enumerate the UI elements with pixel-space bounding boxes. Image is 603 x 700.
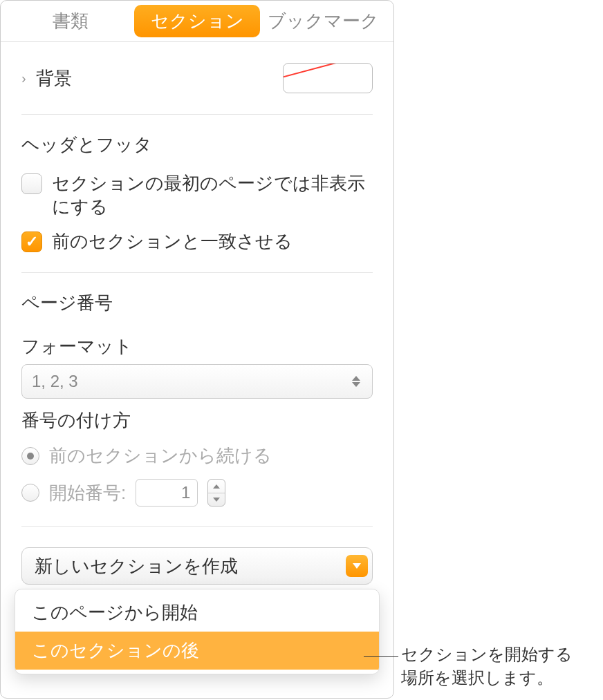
callout-leader-line — [364, 656, 398, 657]
continue-radio[interactable] — [21, 447, 39, 465]
chevron-right-icon[interactable]: › — [21, 70, 26, 86]
inspector-tabs: 書類 セクション ブックマーク — [1, 1, 393, 42]
stepper-down-icon[interactable] — [208, 493, 225, 507]
format-value: 1, 2, 3 — [32, 372, 350, 391]
create-new-section-label: 新しいセクションを作成 — [35, 554, 346, 578]
start-at-stepper[interactable] — [207, 479, 225, 507]
tab-bookmark[interactable]: ブックマーク — [260, 5, 387, 37]
tab-document[interactable]: 書類 — [8, 5, 134, 37]
popup-arrows-icon — [350, 376, 362, 387]
stepper-up-icon[interactable] — [208, 480, 225, 493]
menu-item-start-this-page[interactable]: このページから開始 — [15, 594, 379, 632]
create-new-section-menu: このページから開始 このセクションの後 — [15, 589, 380, 674]
match-previous-label: 前のセクションと一致させる — [52, 230, 293, 254]
background-color-well[interactable] — [283, 63, 373, 93]
start-at-radio-label: 開始番号: — [49, 481, 126, 505]
create-new-section-popup[interactable]: 新しいセクションを作成 — [21, 547, 373, 585]
format-popup[interactable]: 1, 2, 3 — [21, 364, 373, 399]
page-number-heading: ページ番号 — [21, 273, 373, 325]
chevron-down-icon — [346, 555, 368, 577]
start-at-input[interactable] — [136, 479, 198, 507]
background-row: › 背景 — [21, 42, 373, 115]
match-previous-checkbox[interactable] — [21, 231, 42, 252]
headers-footers-heading: ヘッダとフッタ — [21, 115, 373, 167]
menu-item-after-this-section[interactable]: このセクションの後 — [15, 632, 379, 670]
start-at-radio[interactable] — [21, 484, 39, 502]
background-label: 背景 — [36, 66, 283, 91]
match-previous-row: 前のセクションと一致させる — [21, 225, 373, 259]
tab-section[interactable]: セクション — [134, 5, 261, 37]
divider — [21, 526, 373, 527]
start-at-radio-row: 開始番号: — [21, 473, 373, 512]
continue-radio-label: 前のセクションから続ける — [49, 444, 272, 468]
hide-first-page-row: セクションの最初のページでは非表示にする — [21, 167, 373, 225]
section-inspector-panel: 書類 セクション ブックマーク › 背景 ヘッダとフッタ セクションの最初のペー… — [0, 0, 394, 699]
callout-line1: セクションを開始する — [401, 643, 573, 666]
continue-radio-row: 前のセクションから続ける — [21, 438, 373, 473]
callout-line2: 場所を選択します。 — [401, 666, 573, 690]
hide-first-page-checkbox[interactable] — [21, 173, 42, 194]
format-label: フォーマット — [21, 325, 373, 364]
numbering-label: 番号の付け方 — [21, 399, 373, 438]
callout-text: セクションを開始する 場所を選択します。 — [401, 643, 573, 689]
hide-first-page-label: セクションの最初のページでは非表示にする — [52, 172, 373, 219]
